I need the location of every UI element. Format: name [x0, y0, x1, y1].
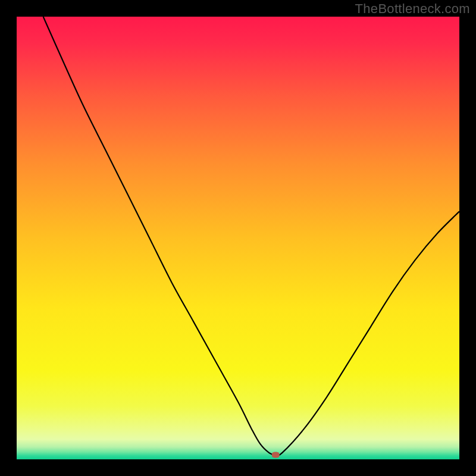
- minimum-marker: [272, 452, 279, 458]
- plot-area: [17, 17, 459, 459]
- chart-frame: TheBottleneck.com: [0, 0, 476, 476]
- watermark-text: TheBottleneck.com: [355, 1, 470, 17]
- gradient-background: [17, 17, 459, 459]
- chart-svg: [17, 17, 459, 459]
